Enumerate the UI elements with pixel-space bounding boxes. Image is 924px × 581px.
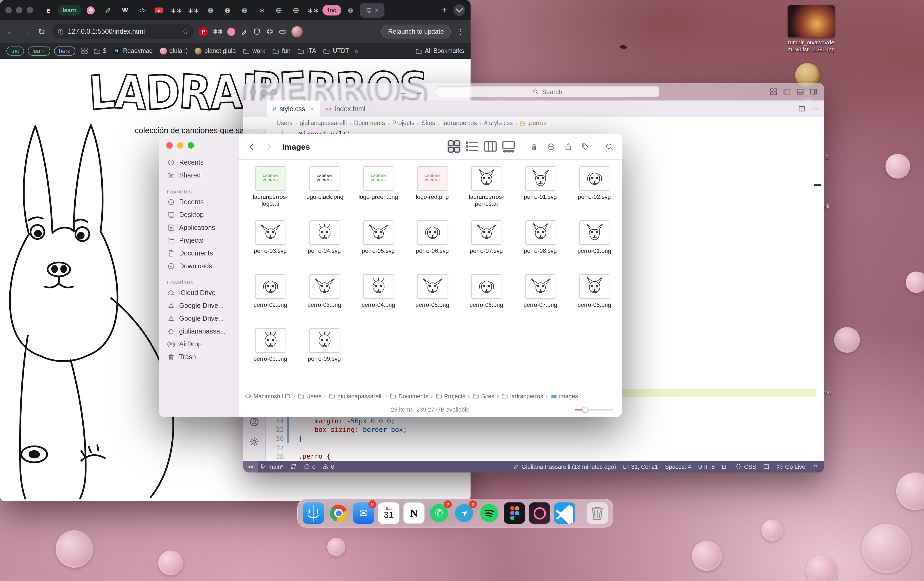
editor-more-actions-icon[interactable]: ⋯ (812, 105, 818, 113)
tab-search-button[interactable] (454, 4, 465, 16)
bookmark-group-chip-learn[interactable]: learn (28, 46, 50, 55)
browser-tab[interactable] (237, 3, 252, 17)
sidebar-item-documents[interactable]: Documents (159, 247, 238, 260)
split-editor-icon[interactable] (799, 105, 805, 112)
back-button[interactable]: ← (5, 27, 16, 36)
dock-chrome-icon[interactable] (328, 502, 349, 524)
browser-tab[interactable]: ✽ (83, 3, 99, 17)
browser-tab[interactable]: ∗∗ (186, 3, 201, 17)
breadcrumb-item[interactable]: Projects (392, 120, 414, 126)
finder-window-controls[interactable] (159, 140, 238, 156)
path-item-sites[interactable]: Sites (473, 393, 494, 399)
command-center-search[interactable]: Search (436, 86, 659, 97)
file-item[interactable]: perro-02.svg (568, 166, 621, 220)
file-item[interactable]: LADRANPERROSlogo-green.png (351, 166, 405, 220)
bookmarks-overflow-icon[interactable]: » (355, 47, 358, 55)
accounts-icon[interactable] (249, 417, 259, 427)
path-item-macintosh-hd[interactable]: Macintosh HD (245, 393, 290, 399)
browser-tab[interactable]: ∗∗ (305, 3, 321, 17)
desktop-file-icon[interactable]: tumblr_otxawcVdem1v0jfst...1280.jpg (782, 5, 841, 53)
file-item[interactable]: perro-06.svg (405, 220, 459, 274)
close-window-button[interactable] (5, 7, 12, 13)
status-spaces[interactable]: Spaces: 4 (665, 463, 691, 470)
bookmark-item[interactable]: giula :) (160, 47, 188, 54)
bookmark-item[interactable]: ITA (297, 47, 316, 54)
tag-icon[interactable] (581, 142, 589, 150)
dock-notion-icon[interactable]: N (403, 502, 424, 524)
sidebar-item-recents[interactable]: Recents (159, 196, 238, 209)
back-button[interactable] (247, 142, 256, 151)
close-window-button[interactable] (166, 142, 173, 148)
bookmark-item[interactable]: planet giula (195, 47, 236, 54)
reload-button[interactable]: ↻ (36, 26, 47, 36)
browser-tab[interactable]: ∗∗ (169, 3, 184, 17)
browser-tab[interactable] (203, 3, 218, 17)
dock-whatsapp-icon[interactable]: ✆2 (428, 502, 450, 524)
breadcrumb-item[interactable]: Sites (422, 120, 435, 126)
share-icon[interactable] (564, 142, 572, 150)
layout-right-icon[interactable] (810, 88, 818, 95)
file-item[interactable]: perro-01.png (568, 220, 621, 274)
sidebar-item-recents[interactable]: Recents (159, 156, 238, 169)
close-tab-icon[interactable]: × (375, 7, 379, 14)
file-item[interactable]: perro-04.svg (297, 220, 351, 274)
bookmark-item[interactable]: $ (93, 47, 106, 54)
path-item-images[interactable]: images (551, 393, 578, 399)
status-warning[interactable]: 0 (322, 463, 334, 470)
sidebar-item-google-drive-[interactable]: Google Drive... (159, 312, 238, 325)
file-item[interactable]: perro-05.png (405, 274, 459, 328)
minimize-window-button[interactable] (261, 89, 267, 95)
delete-icon[interactable] (530, 142, 538, 150)
status-ln[interactable]: Ln 31, Col 21 (623, 463, 658, 470)
browser-tab[interactable] (343, 3, 358, 17)
path-item-giulianapassarelli[interactable]: giulianapassarelli (329, 393, 383, 399)
breadcrumb-item[interactable]: Users (276, 120, 292, 126)
close-window-button[interactable] (250, 89, 256, 95)
sidebar-item-giulianapassa-[interactable]: giulianapassa... (159, 325, 238, 338)
browser-tab[interactable]: ▶ (152, 3, 167, 17)
extension-icon[interactable]: ✽✽ (213, 28, 223, 35)
apps-grid-icon[interactable] (81, 47, 88, 54)
sidebar-item-trash[interactable]: Trash (159, 351, 238, 364)
file-item[interactable]: perro-01.svg (513, 166, 568, 220)
view-grid-button[interactable] (447, 141, 462, 152)
file-item[interactable]: perro-05.svg (351, 220, 405, 274)
sidebar-item-desktop[interactable]: Desktop (159, 209, 238, 221)
view-columns-button[interactable] (483, 141, 498, 152)
sidebar-item-applications[interactable]: Applications (159, 221, 238, 234)
browser-tab[interactable] (271, 3, 287, 17)
remote-indicator[interactable]: >< (243, 461, 258, 472)
relaunch-to-update-button[interactable]: Relaunch to update (381, 25, 451, 38)
dock-calendar-icon[interactable]: Sat31 (378, 502, 399, 524)
sidebar-item-airdrop[interactable]: AirDrop (159, 338, 238, 351)
layout-grid-icon[interactable] (769, 88, 777, 95)
bookmark-item[interactable]: RReadymag (113, 47, 153, 54)
bookmark-group-chip-herz[interactable]: herz (54, 46, 75, 55)
puzzle-extension-icon[interactable] (266, 28, 274, 36)
view-gallery-button[interactable] (501, 141, 516, 152)
file-item[interactable]: perro-09.png (243, 328, 297, 382)
status-branch[interactable]: main* (260, 463, 283, 470)
breadcrumb-item[interactable]: # style.css (484, 120, 513, 126)
dock-finder-icon[interactable] (303, 502, 324, 524)
minimize-window-button[interactable] (177, 142, 183, 148)
status-sync[interactable] (290, 463, 297, 470)
pinterest-extension-icon[interactable]: P (199, 27, 208, 36)
breadcrumb-item[interactable]: ladranperros (442, 120, 477, 126)
browser-tab[interactable] (220, 3, 236, 17)
path-item-documents[interactable]: Documents (390, 393, 428, 399)
breadcrumb-item[interactable]: Documents (354, 120, 385, 126)
status-bell[interactable] (812, 463, 818, 470)
close-tab-icon[interactable]: × (310, 105, 314, 112)
file-item[interactable]: perro-08.svg (513, 220, 568, 274)
bookmark-item[interactable]: fun (272, 47, 290, 54)
path-item-projects[interactable]: Projects (436, 393, 465, 399)
forward-button[interactable]: → (21, 27, 31, 36)
dock-mail-icon[interactable]: ✉2 (353, 502, 374, 524)
tab-group-tnc[interactable]: tnc (323, 5, 341, 15)
zoom-window-button[interactable] (27, 7, 33, 13)
browser-tab[interactable] (289, 3, 304, 17)
status-error[interactable]: 0 (304, 463, 315, 470)
breadcrumb-item[interactable]: giulianapassarelli (300, 120, 347, 126)
navigate-forward-icon[interactable]: → (416, 88, 423, 95)
